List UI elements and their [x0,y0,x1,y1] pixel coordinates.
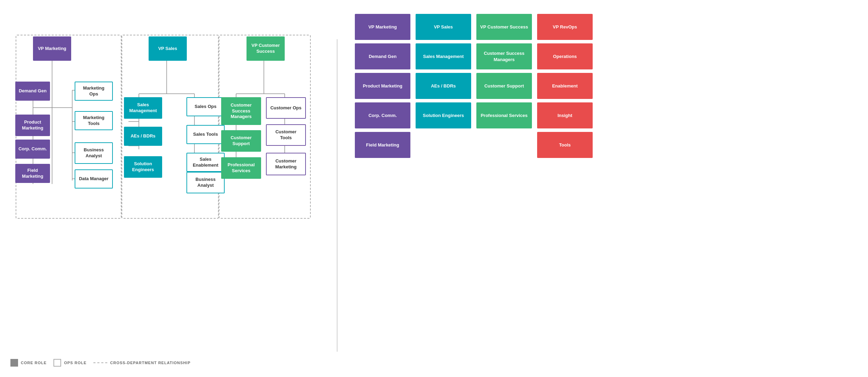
legend-core-role-icon [10,359,18,367]
grid-vp-marketing-label: VP Marketing [368,24,397,30]
customer-tools-box: Customer Tools [266,124,306,146]
sales-enablement-label: Sales Enablement [190,157,221,168]
grid-vp-revops-label: VP RevOps [553,24,577,30]
business-analyst-sales-box: Business Analyst [186,172,225,193]
grid-sales-management-label: Sales Management [423,53,464,60]
professional-services-box: Professional Services [221,157,261,179]
customer-ops-label: Customer Ops [270,105,302,111]
legend-ops-role-text: OPS ROLE [64,361,86,365]
vp-customer-success-label: VP Customer Success [249,43,282,55]
grid-corp-comm-label: Corp. Comm. [368,112,397,119]
grid-professional-services-label: Professional Services [481,112,527,119]
grid-vp-sales-label: VP Sales [434,24,453,30]
product-marketing-label: Product Marketing [18,119,47,131]
customer-support-label: Customer Support [224,135,258,147]
grid-aes-bdrs-label: AEs / BDRs [431,83,456,89]
marketing-ops-label: Marketing Ops [78,85,109,97]
grid-corp-comm: Corp. Comm. [355,102,410,128]
grid-product-marketing-label: Product Marketing [363,83,402,89]
grid-solution-engineers: Solution Engineers [416,102,471,128]
legend-core-role-text: CORE ROLE [21,361,47,365]
business-analyst-mkt-box: Business Analyst [75,142,113,164]
vp-marketing-box: VP Marketing [33,36,71,61]
corp-comm-box: Corp. Comm. [15,140,50,159]
grid-field-marketing: Field Marketing [355,132,410,158]
data-manager-box: Data Manager [75,169,113,188]
grid-vp-customer-success-label: VP Customer Success [480,24,528,30]
legend-ops-role: OPS ROLE [53,359,86,367]
sales-ops-box: Sales Ops [186,97,225,116]
vp-sales-box: VP Sales [149,36,187,61]
grid-customer-support-label: Customer Support [484,83,524,89]
grid-enablement-label: Enablement [552,83,578,89]
customer-support-box: Customer Support [221,130,261,152]
grid-empty-col3-r4 [476,132,532,158]
right-panel: VP Marketing VP Sales VP Customer Succes… [337,0,868,377]
grid-operations: Operations [537,43,593,69]
business-analyst-mkt-label: Business Analyst [78,147,109,159]
demand-gen-box: Demand Gen [15,82,50,101]
professional-services-label: Professional Services [224,162,258,174]
sales-management-box: Sales Management [124,97,162,119]
grid-demand-gen: Demand Gen [355,43,410,69]
marketing-tools-label: Marketing Tools [78,115,109,127]
grid-operations-label: Operations [553,53,577,60]
grid-vp-revops: VP RevOps [537,14,593,40]
legend-ops-role-icon [53,359,61,367]
org-chart: VP Marketing Demand Gen Product Marketin… [10,14,312,326]
legend: CORE ROLE OPS ROLE CROSS-DEPARTMENT RELA… [10,359,191,367]
solution-engineers-box: Solution Engineers [124,156,162,178]
grid-csm: Customer Success Managers [476,43,532,69]
main-container: VP Marketing Demand Gen Product Marketin… [0,0,868,377]
aes-bdrs-box: AEs / BDRs [124,127,162,146]
corp-comm-label: Corp. Comm. [18,146,47,152]
grid-tools: Tools [537,132,593,158]
data-manager-label: Data Manager [79,176,108,182]
left-panel: VP Marketing Demand Gen Product Marketin… [0,0,337,377]
grid-field-marketing-label: Field Marketing [366,142,399,148]
grid-product-marketing: Product Marketing [355,73,410,99]
demand-gen-label: Demand Gen [19,88,47,94]
grid-tools-label: Tools [559,142,571,148]
solution-engineers-label: Solution Engineers [127,161,159,173]
legend-cross-dept-text: CROSS-DEPARTMENT RELATIONSHIP [110,361,191,365]
aes-bdrs-label: AEs / BDRs [131,133,156,139]
field-marketing-label: Field Marketing [18,168,47,179]
customer-tools-label: Customer Tools [269,129,302,141]
sales-enablement-box: Sales Enablement [186,153,225,172]
grid-vp-sales: VP Sales [416,14,471,40]
marketing-tools-box: Marketing Tools [75,111,113,130]
sales-tools-box: Sales Tools [186,125,225,144]
grid-vp-marketing: VP Marketing [355,14,410,40]
grid-customer-support: Customer Support [476,73,532,99]
business-analyst-sales-label: Business Analyst [190,177,221,188]
vp-customer-success-box: VP Customer Success [247,36,285,61]
grid-demand-gen-label: Demand Gen [369,53,397,60]
legend-cross-dept-icon [93,362,107,363]
customer-marketing-box: Customer Marketing [266,153,306,175]
grid-empty-col2-r4 [416,132,471,158]
grid-sales-management: Sales Management [416,43,471,69]
grid-insight: Insight [537,102,593,128]
sales-ops-label: Sales Ops [195,104,217,110]
grid-enablement: Enablement [537,73,593,99]
grid-aes-bdrs: AEs / BDRs [416,73,471,99]
right-grid: VP Marketing VP Sales VP Customer Succes… [355,14,851,158]
customer-marketing-label: Customer Marketing [269,158,302,170]
csm-label: Customer Success Managers [224,102,258,120]
csm-box: Customer Success Managers [221,97,261,125]
customer-ops-box: Customer Ops [266,97,306,119]
sales-management-label: Sales Management [127,102,159,114]
grid-professional-services: Professional Services [476,102,532,128]
vp-marketing-label: VP Marketing [38,46,66,52]
sales-tools-label: Sales Tools [193,132,218,137]
legend-core-role: CORE ROLE [10,359,47,367]
grid-csm-label: Customer Success Managers [479,50,529,62]
grid-vp-customer-success: VP Customer Success [476,14,532,40]
legend-cross-dept: CROSS-DEPARTMENT RELATIONSHIP [93,361,191,365]
vp-sales-label: VP Sales [158,46,177,52]
product-marketing-box: Product Marketing [15,115,50,136]
field-marketing-box: Field Marketing [15,164,50,183]
marketing-ops-box: Marketing Ops [75,82,113,101]
grid-solution-engineers-label: Solution Engineers [423,112,464,119]
